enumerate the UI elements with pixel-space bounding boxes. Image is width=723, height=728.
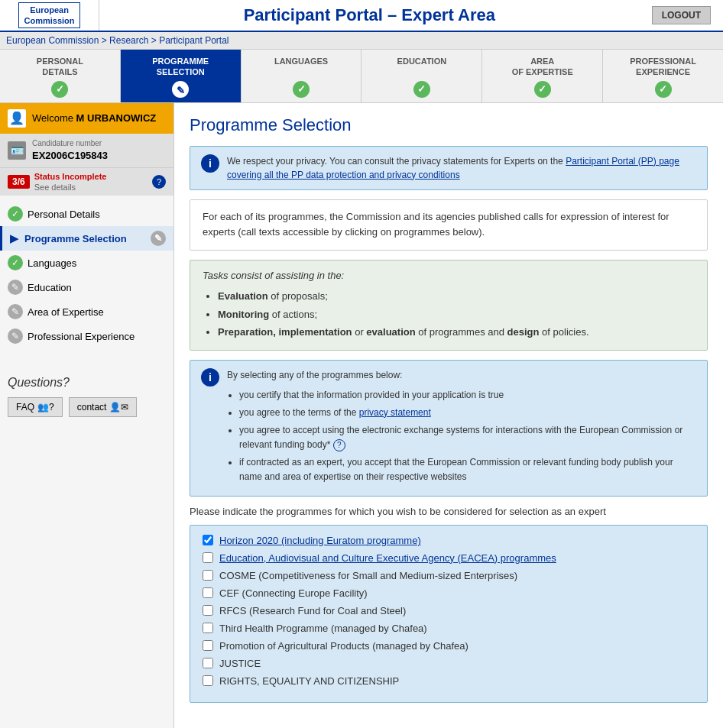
programme-checkbox-rfcs[interactable] <box>203 605 213 616</box>
nav-icon-area: ✎ <box>8 304 23 319</box>
sidebar-item-languages[interactable]: ✓ Languages <box>0 251 173 275</box>
programme-checkbox-health[interactable] <box>203 623 213 633</box>
programme-item-horizon: Horizon 2020 (including Euratom programm… <box>203 535 695 546</box>
privacy-info-icon: i <box>201 154 219 173</box>
logout-button[interactable]: LOGOUT <box>652 6 711 24</box>
nav-icon-programme: ✎ <box>151 231 166 246</box>
candidature-number: EX2006C195843 <box>32 149 108 163</box>
logo-area: European Commission <box>0 0 99 31</box>
status-detail[interactable]: See details <box>34 182 148 193</box>
programme-label-agricultural[interactable]: Promotion of Agricultural Products (mana… <box>219 640 468 652</box>
sidebar-label-area: Area of Expertise <box>28 306 104 318</box>
portal-title: Participant Portal – Expert Area <box>99 5 640 25</box>
sidebar-item-personal-details[interactable]: ✓ Personal Details <box>0 202 173 226</box>
help-tooltip-icon[interactable]: ? <box>333 439 345 451</box>
step-area-line1: AREA <box>530 57 554 66</box>
programme-text-cosme: COSME (Competitiveness for Small and Med… <box>219 570 517 581</box>
consent-item-2: you agree to the terms of the privacy st… <box>239 406 696 420</box>
step-languages-line2 <box>300 67 303 76</box>
programme-label-justice[interactable]: JUSTICE <box>219 658 261 669</box>
step-area[interactable]: AREA of expertise ✓ <box>482 50 603 102</box>
privacy-statement-link[interactable]: privacy statement <box>359 407 431 418</box>
programme-item-agricultural: Promotion of Agricultural Products (mana… <box>203 640 695 652</box>
programme-checkbox-rights[interactable] <box>203 675 213 686</box>
main-layout: 👤 Welcome M URBANOWICZ 🪪 Candidature num… <box>0 103 723 728</box>
status-section: 3/6 Status Incomplete See details ? <box>0 167 173 196</box>
programme-label-rfcs[interactable]: RFCS (Research Fund for Coal and Steel) <box>219 605 406 616</box>
description-text: For each of its programmes, the Commissi… <box>203 211 670 238</box>
tasks-list: Evaluation of proposals; Monitoring of a… <box>218 287 695 341</box>
programme-checkbox-horizon[interactable] <box>203 535 213 545</box>
programme-link-eacea[interactable]: Education, Audiovisual and Culture Execu… <box>219 552 556 564</box>
european-commission-logo: European Commission <box>18 2 79 29</box>
breadcrumb: European Commission > Research > Partici… <box>0 32 723 50</box>
questions-section: Questions? FAQ 👥? contact 👤✉ <box>0 370 173 423</box>
programme-item-cef: CEF (Connecting Europe Facility) <box>203 587 695 599</box>
tasks-box: Tasks consist of assisting in the: Evalu… <box>190 260 708 351</box>
step-education[interactable]: EDUCATION ✓ <box>362 50 482 102</box>
step-programme-line1: PROGRAMME <box>152 57 209 66</box>
welcome-text: Welcome M URBANOWICZ <box>32 112 156 124</box>
task-bold-2: Monitoring <box>218 309 269 320</box>
consent-list: you certify that the information provide… <box>239 388 696 485</box>
nav-icon-languages: ✓ <box>8 255 23 270</box>
breadcrumb-research[interactable]: Research <box>109 35 148 46</box>
questions-title: Questions? <box>8 376 166 390</box>
programme-checkbox-eacea[interactable] <box>203 552 213 563</box>
consent-info-icon: i <box>201 368 219 387</box>
programme-label-eacea[interactable]: Education, Audiovisual and Culture Execu… <box>219 552 556 564</box>
step-professional-line2: experience <box>636 67 690 76</box>
page-title: Programme Selection <box>190 115 708 135</box>
sidebar-label-education: Education <box>28 282 72 293</box>
sidebar-item-professional-experience[interactable]: ✎ Professional Experience <box>0 324 173 348</box>
programme-label-horizon[interactable]: Horizon 2020 (including Euratom programm… <box>219 535 421 546</box>
sidebar-item-programme-selection[interactable]: ▶ Programme Selection ✎ <box>0 226 173 251</box>
task-item-2: Monitoring of actions; <box>218 306 695 323</box>
breadcrumb-home[interactable]: European Commission <box>6 35 99 46</box>
step-personal[interactable]: PERSONAL details ✓ <box>0 50 121 102</box>
programme-label-cosme[interactable]: COSME (Competitiveness for Small and Med… <box>219 570 517 581</box>
contact-label: contact <box>77 402 107 413</box>
please-text: Please indicate the programmes for which… <box>190 506 708 517</box>
programme-link-horizon[interactable]: Horizon 2020 (including Euratom programm… <box>219 535 421 546</box>
programme-item-eacea: Education, Audiovisual and Culture Execu… <box>203 552 695 564</box>
step-professional-line1: PROFESSIONAL <box>630 57 696 66</box>
step-languages-icon: ✓ <box>293 81 310 98</box>
status-help-icon[interactable]: ? <box>152 175 166 189</box>
nav-icon-personal: ✓ <box>8 206 23 222</box>
step-personal-line2: details <box>42 67 77 76</box>
faq-button[interactable]: FAQ 👥? <box>8 397 63 417</box>
programme-text-agricultural: Promotion of Agricultural Products (mana… <box>219 640 468 652</box>
task-bold-1: Evaluation <box>218 290 268 302</box>
programme-label-cef[interactable]: CEF (Connecting Europe Facility) <box>219 587 368 599</box>
task-bold-5: design <box>507 326 540 338</box>
programmes-box: Horizon 2020 (including Euratom programm… <box>190 525 708 703</box>
programme-label-health[interactable]: Third Health Programme (managed by Chafe… <box>219 623 427 634</box>
description-box: For each of its programmes, the Commissi… <box>190 199 708 251</box>
step-education-icon: ✓ <box>413 81 430 98</box>
programme-text-rfcs: RFCS (Research Fund for Coal and Steel) <box>219 605 406 616</box>
breadcrumb-sep1: > <box>102 35 109 46</box>
sidebar-item-area-of-expertise[interactable]: ✎ Area of Expertise <box>0 299 173 324</box>
active-arrow-icon: ▶ <box>10 232 18 244</box>
programme-checkbox-cef[interactable] <box>203 587 213 598</box>
nav-icon-professional: ✎ <box>8 328 23 344</box>
programme-text-cef: CEF (Connecting Europe Facility) <box>219 587 368 599</box>
privacy-info-box: i We respect your privacy. You can consu… <box>190 146 708 190</box>
step-professional[interactable]: PROFESSIONAL experience ✓ <box>603 50 723 102</box>
sidebar-item-education[interactable]: ✎ Education <box>0 275 173 299</box>
steps-bar: PERSONAL details ✓ PROGRAMME selection ✎… <box>0 50 723 103</box>
step-personal-icon: ✓ <box>51 81 68 98</box>
programme-label-rights[interactable]: RIGHTS, EQUALITY AND CITIZENSHIP <box>219 675 399 687</box>
step-programme[interactable]: PROGRAMME selection ✎ <box>121 50 242 102</box>
step-languages[interactable]: LANGUAGES ✓ <box>242 50 362 102</box>
nav-icon-education: ✎ <box>8 280 23 295</box>
privacy-info-text: We respect your privacy. You can consult… <box>227 154 696 182</box>
contact-button[interactable]: contact 👤✉ <box>69 397 138 417</box>
step-education-line1: EDUCATION <box>397 57 447 66</box>
programme-checkbox-cosme[interactable] <box>203 570 213 581</box>
programme-checkbox-agricultural[interactable] <box>203 640 213 651</box>
candidature-icon: 🪪 <box>8 141 26 160</box>
programme-checkbox-justice[interactable] <box>203 658 213 668</box>
programme-item-health: Third Health Programme (managed by Chafe… <box>203 623 695 634</box>
